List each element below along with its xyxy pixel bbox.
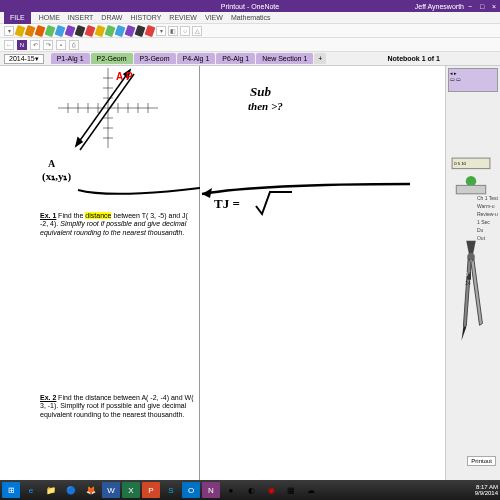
clock-date: 9/9/2014 [475, 490, 498, 496]
pen-purple[interactable] [65, 24, 76, 36]
page-right[interactable]: Sub then >? TJ = [200, 66, 445, 496]
system-clock[interactable]: 8:17 AM 9/9/2014 [475, 484, 498, 496]
firefox-icon[interactable]: 🦊 [82, 482, 100, 498]
pen-red2[interactable] [145, 24, 156, 36]
svg-text:0   5   10: 0 5 10 [454, 161, 466, 166]
start-button[interactable]: ⊞ [2, 482, 20, 498]
onenote-taskbar-icon[interactable]: N [202, 482, 220, 498]
svg-text:24: 24 [465, 281, 471, 286]
section-p3[interactable]: P3-Geom [134, 53, 176, 64]
section-p6[interactable]: P6-Alg 1 [216, 53, 255, 64]
tab-history[interactable]: HISTORY [130, 14, 161, 21]
pen-red[interactable] [85, 24, 96, 36]
tab-draw[interactable]: DRAW [101, 14, 122, 21]
word-icon[interactable]: W [102, 482, 120, 498]
pen-orange[interactable] [25, 24, 36, 36]
pen-blue[interactable] [55, 24, 66, 36]
section-p2[interactable]: P2-Geom [91, 53, 133, 64]
pen-black2[interactable] [135, 24, 146, 36]
ex1-pre: Find the [58, 212, 85, 219]
app4-icon[interactable]: ▦ [282, 482, 300, 498]
svg-marker-32 [462, 326, 467, 340]
expand-icon[interactable]: ▾ [4, 26, 14, 36]
notebook-dropdown[interactable]: 2014-15 ▾ [4, 54, 44, 64]
ribbon-tabs: FILE HOME INSERT DRAW HISTORY REVIEW VIE… [0, 12, 500, 24]
redo-icon[interactable]: ↷ [43, 40, 53, 50]
ex1-highlight: distance [85, 212, 111, 219]
side-panel: ◂ ▸▭ ▭ 0 5 10 Ch 1 Test Warm-u Review-u … [445, 66, 500, 496]
add-section-button[interactable]: + [314, 53, 326, 64]
back-icon[interactable]: ← [4, 40, 14, 50]
more-pens-icon[interactable]: ▾ [156, 26, 166, 36]
tab-review[interactable]: REVIEW [169, 14, 197, 21]
content-area: ↖ ✋ ◄ ► ⟳ ↶ ✂ ⎘ 📋 ✎ ◢ A ▭ ▾ [0, 66, 500, 500]
eraser-icon[interactable]: ◧ [168, 26, 178, 36]
tab-file[interactable]: FILE [4, 12, 31, 24]
pen-yellow[interactable] [15, 24, 26, 36]
coordinate-graph: A P [48, 68, 168, 168]
app2-icon[interactable]: ◐ [242, 482, 260, 498]
pen-orange2[interactable] [35, 24, 46, 36]
section-p1[interactable]: P1-Alg 1 [51, 53, 90, 64]
hw-then: then >? [248, 100, 283, 112]
pen-green2[interactable] [105, 24, 116, 36]
close-button[interactable]: × [488, 0, 500, 12]
example-2: Ex. 2 Find the distance between A( -2, -… [40, 394, 195, 419]
chrome-icon[interactable]: 🔵 [62, 482, 80, 498]
undo-icon[interactable]: ↶ [30, 40, 40, 50]
maximize-button[interactable]: □ [476, 0, 488, 12]
lasso-icon[interactable]: ○ [180, 26, 190, 36]
tab-view[interactable]: VIEW [205, 14, 223, 21]
svg-text:0°: 0° [465, 272, 470, 277]
svg-text:P: P [126, 71, 133, 82]
pen-toolbar: ▾ ▾ ◧ ○ △ [0, 24, 500, 38]
notebook-name: 2014-15 [9, 55, 35, 62]
tab-insert[interactable]: INSERT [68, 14, 94, 21]
section-new[interactable]: New Section 1 [256, 53, 313, 64]
radical-sign [254, 188, 294, 218]
ex2-label: Ex. 2 [40, 394, 56, 401]
svg-rect-26 [456, 185, 485, 193]
page-list[interactable]: Ch 1 Test Warm-u Review-u 1 Sec Du Out [477, 194, 498, 242]
tool-icon[interactable]: • [56, 40, 66, 50]
page-ch1[interactable]: Ch 1 Test [477, 194, 498, 202]
ie-icon[interactable]: e [22, 482, 40, 498]
page-du[interactable]: Du [477, 226, 498, 234]
pen-yellow2[interactable] [95, 24, 106, 36]
app-icon[interactable]: ● [222, 482, 240, 498]
user-name: Jeff Aynesworth [415, 3, 464, 10]
pen-blue2[interactable] [115, 24, 126, 36]
ex2-body: Find the distance between A( -2, -4) and… [40, 394, 194, 418]
minimize-button[interactable]: − [464, 0, 476, 12]
onenote-icon[interactable]: N [17, 40, 27, 50]
pen-black[interactable] [75, 24, 86, 36]
powerpoint-icon[interactable]: P [142, 482, 160, 498]
quick-toolbar: ← N ↶ ↷ • ⎙ [0, 38, 500, 52]
compass-tool[interactable]: 0° 24 [452, 236, 490, 350]
shapes-icon[interactable]: △ [192, 26, 202, 36]
hw-sub: Sub [250, 84, 271, 100]
panel-header[interactable]: ◂ ▸▭ ▭ [448, 68, 498, 92]
page-left[interactable]: A P A (x₁,y₁) Ex. 1 Find the distance be… [28, 66, 200, 496]
svg-marker-28 [466, 241, 476, 255]
page-review[interactable]: Review-u [477, 210, 498, 218]
page-sec[interactable]: 1 Sec [477, 218, 498, 226]
pen-green[interactable] [45, 24, 56, 36]
page-warm[interactable]: Warm-u [477, 202, 498, 210]
skype-icon[interactable]: S [162, 482, 180, 498]
print-icon[interactable]: ⎙ [69, 40, 79, 50]
tab-mathematics[interactable]: Mathematics [231, 14, 271, 21]
outlook-icon[interactable]: O [182, 482, 200, 498]
app3-icon[interactable]: ◉ [262, 482, 280, 498]
app5-icon[interactable]: ☁ [302, 482, 320, 498]
ex1-label: Ex. 1 [40, 212, 56, 219]
excel-icon[interactable]: X [122, 482, 140, 498]
folder-icon[interactable]: 📁 [42, 482, 60, 498]
section-tabs: 2014-15 ▾ P1-Alg 1 P2-Geom P3-Geom P4-Al… [0, 52, 500, 66]
point-a-label: A [48, 158, 55, 169]
section-p4[interactable]: P4-Alg 1 [177, 53, 216, 64]
tab-home[interactable]: HOME [39, 14, 60, 21]
svg-marker-30 [463, 259, 471, 326]
pen-purple2[interactable] [125, 24, 136, 36]
page-printout[interactable]: Printout [467, 456, 496, 466]
